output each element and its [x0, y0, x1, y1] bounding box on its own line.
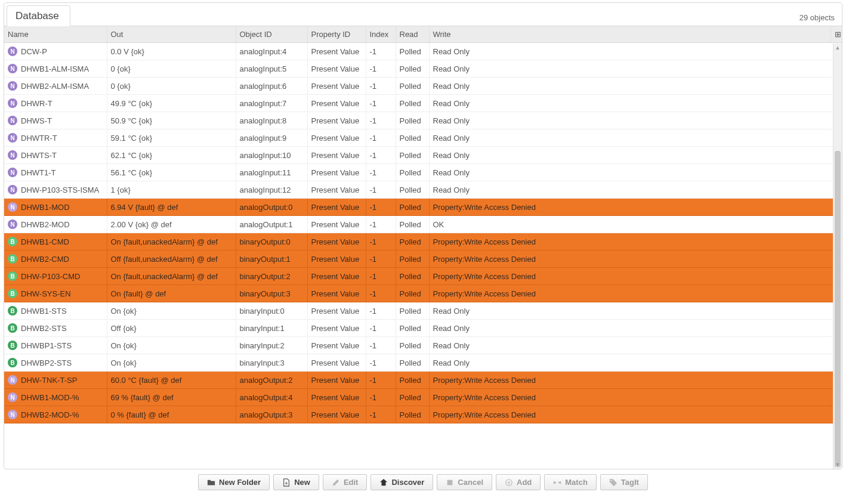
table-container: Name Out Object ID Property ID Index Rea…: [4, 26, 842, 469]
row-out: 0 {ok}: [107, 60, 236, 78]
row-index: -1: [366, 95, 396, 112]
table-row[interactable]: NDHWB1-MOD-%69 % {fault} @ defanalogOutp…: [4, 389, 842, 406]
table-row[interactable]: NDHWTS-T62.1 °C {ok}analogInput:10Presen…: [4, 147, 842, 164]
table-row[interactable]: BDHW-P103-CMDOn {fault,unackedAlarm} @ d…: [4, 268, 842, 285]
row-write: Read Only: [429, 78, 842, 95]
row-obj: analogInput:12: [236, 181, 307, 199]
scroll-up-icon[interactable]: ▲: [833, 44, 842, 52]
row-index: -1: [366, 78, 396, 95]
type-badge-icon: B: [8, 358, 17, 367]
row-prop: Present Value: [307, 406, 366, 423]
row-out: On {ok}: [107, 354, 236, 372]
row-name: DHWB2-STS: [21, 324, 67, 333]
row-out: 59.1 °C {ok}: [107, 129, 236, 147]
row-index: -1: [366, 129, 396, 147]
row-name: DHWB2-CMD: [21, 255, 69, 264]
table-row[interactable]: BDHWBP1-STSOn {ok}binaryInput:2Present V…: [4, 337, 842, 354]
row-prop: Present Value: [307, 78, 366, 95]
row-name: DCW-P: [21, 47, 47, 56]
row-prop: Present Value: [307, 251, 366, 268]
row-write: Read Only: [429, 112, 842, 129]
tag-icon: [609, 478, 617, 487]
row-prop: Present Value: [307, 268, 366, 285]
add-button[interactable]: Add: [496, 474, 541, 490]
col-write[interactable]: Write: [429, 26, 831, 43]
table-row[interactable]: BDHWB1-CMDOn {fault,unackedAlarm} @ defb…: [4, 233, 842, 251]
row-prop: Present Value: [307, 320, 366, 337]
table-row[interactable]: NDHW-P103-STS-ISMA1 {ok}analogInput:12Pr…: [4, 181, 842, 199]
btn-label: New: [294, 478, 310, 487]
cancel-button[interactable]: Cancel: [437, 474, 492, 490]
table-row[interactable]: NDHWB1-MOD6.94 V {fault} @ defanalogOutp…: [4, 199, 842, 216]
table-row[interactable]: NDHWB2-MOD2.00 V {ok} @ defanalogOutput:…: [4, 216, 842, 233]
row-write: Read Only: [429, 147, 842, 164]
table-row[interactable]: NDHWB1-ALM-ISMA0 {ok}analogInput:5Presen…: [4, 60, 842, 78]
type-badge-icon: N: [8, 150, 17, 160]
row-prop: Present Value: [307, 354, 366, 372]
type-badge-icon: B: [8, 271, 17, 281]
row-write: Read Only: [429, 354, 842, 372]
discover-button[interactable]: Discover: [370, 474, 433, 490]
table-row[interactable]: NDHWTR-T59.1 °C {ok}analogInput:9Present…: [4, 129, 842, 147]
tagit-button[interactable]: TagIt: [600, 474, 648, 490]
table-row[interactable]: BDHWB2-CMDOff {fault,unackedAlarm} @ def…: [4, 251, 842, 268]
type-badge-icon: B: [8, 289, 17, 298]
row-obj: analogOutput:3: [236, 406, 307, 423]
table-row[interactable]: NDHWT1-T56.1 °C {ok}analogInput:11Presen…: [4, 164, 842, 181]
col-obj[interactable]: Object ID: [236, 26, 307, 43]
row-read: Polled: [396, 181, 429, 199]
row-name: DHWTS-T: [21, 151, 57, 160]
table-row[interactable]: BDHWB2-STSOff {ok}binaryInput:1Present V…: [4, 320, 842, 337]
row-out: 60.0 °C {fault} @ def: [107, 372, 236, 389]
row-prop: Present Value: [307, 43, 366, 60]
row-write: Property:Write Access Denied: [429, 372, 842, 389]
table-row[interactable]: NDHWB2-ALM-ISMA0 {ok}analogInput:6Presen…: [4, 78, 842, 95]
type-badge-icon: N: [8, 202, 17, 212]
col-name[interactable]: Name: [4, 26, 107, 43]
row-read: Polled: [396, 216, 429, 233]
row-obj: binaryOutput:2: [236, 268, 307, 285]
table-row[interactable]: BDHWBP2-STSOn {ok}binaryInput:3Present V…: [4, 354, 842, 372]
tab-database[interactable]: Database: [7, 5, 70, 26]
row-read: Polled: [396, 389, 429, 406]
row-out: 0 % {fault} @ def: [107, 406, 236, 423]
scroll-thumb[interactable]: [835, 151, 841, 467]
row-index: -1: [366, 406, 396, 423]
col-read[interactable]: Read: [396, 26, 429, 43]
row-out: 49.9 °C {ok}: [107, 95, 236, 112]
row-obj: binaryInput:1: [236, 320, 307, 337]
data-table: Name Out Object ID Property ID Index Rea…: [4, 26, 842, 423]
edit-button[interactable]: Edit: [323, 474, 368, 490]
table-row[interactable]: NDHW-TNK-T-SP60.0 °C {fault} @ defanalog…: [4, 372, 842, 389]
scrollbar[interactable]: ▲ ▼: [833, 44, 842, 469]
table-row[interactable]: BDHW-SYS-ENOn {fault} @ defbinaryOutput:…: [4, 285, 842, 302]
type-badge-icon: N: [8, 410, 17, 419]
table-row[interactable]: NDHWB2-MOD-%0 % {fault} @ defanalogOutpu…: [4, 406, 842, 423]
match-button[interactable]: Match: [544, 474, 597, 490]
row-name: DHWS-T: [21, 116, 52, 125]
btn-label: Discover: [391, 478, 424, 487]
column-chooser-icon[interactable]: ⊞: [831, 26, 842, 43]
row-prop: Present Value: [307, 285, 366, 302]
col-prop[interactable]: Property ID: [307, 26, 366, 43]
table-row[interactable]: BDHWB1-STSOn {ok}binaryInput:0Present Va…: [4, 302, 842, 320]
row-read: Polled: [396, 147, 429, 164]
row-write: Read Only: [429, 320, 842, 337]
type-badge-icon: B: [8, 306, 17, 316]
row-obj: analogOutput:4: [236, 389, 307, 406]
row-read: Polled: [396, 95, 429, 112]
col-out[interactable]: Out: [107, 26, 236, 43]
table-row[interactable]: NDHWR-T49.9 °C {ok}analogInput:7Present …: [4, 95, 842, 112]
scroll-down-icon[interactable]: ▼: [833, 460, 842, 469]
row-obj: analogOutput:0: [236, 199, 307, 216]
row-out: On {fault,unackedAlarm} @ def: [107, 233, 236, 251]
row-write: Read Only: [429, 60, 842, 78]
new-button[interactable]: New: [273, 474, 319, 490]
table-row[interactable]: NDCW-P0.0 V {ok}analogInput:4Present Val…: [4, 43, 842, 60]
row-out: 62.1 °C {ok}: [107, 147, 236, 164]
row-write: Read Only: [429, 302, 842, 320]
row-prop: Present Value: [307, 337, 366, 354]
new-folder-button[interactable]: New Folder: [198, 474, 270, 490]
col-index[interactable]: Index: [366, 26, 396, 43]
table-row[interactable]: NDHWS-T50.9 °C {ok}analogInput:8Present …: [4, 112, 842, 129]
